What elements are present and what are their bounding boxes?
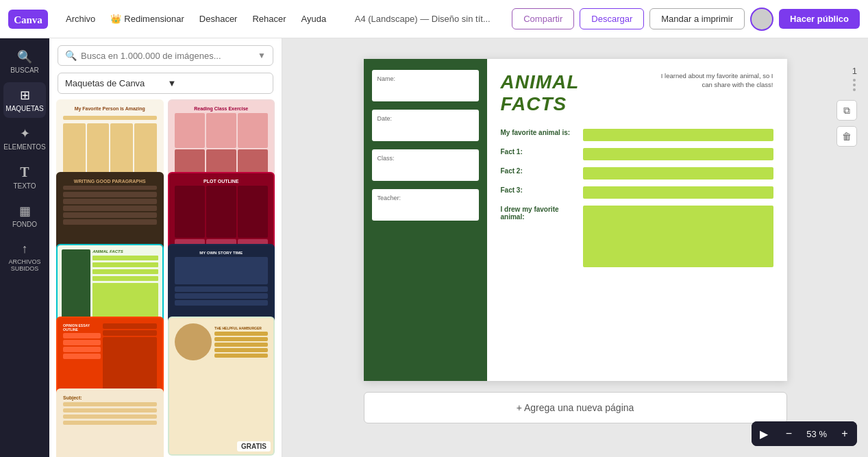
avatar[interactable]: [750, 8, 773, 31]
sidebar-item-label-archivos: ARCHIVOSSUBIDOS: [8, 258, 40, 272]
canva-logo[interactable]: Canva: [8, 8, 48, 30]
field-class[interactable]: Class:: [372, 149, 479, 181]
panel-search-row: 🔍 ▼: [49, 38, 282, 70]
row-bar-favorite: [583, 129, 773, 141]
row-label-drew: I drew my favorite animal:: [501, 206, 576, 221]
main-area: 🔍 BUSCAR ⊞ MAQUETAS ✦ ELEMENTOS T TEXTO …: [0, 38, 868, 457]
field-name-label: Name:: [377, 75, 473, 82]
present-button[interactable]: ▶: [752, 421, 776, 446]
row-label-fact1: Fact 1:: [501, 148, 576, 156]
menu-archivo[interactable]: Archivo: [59, 10, 102, 28]
page-dot: [853, 84, 856, 86]
sidebar-item-label-buscar: BUSCAR: [10, 66, 39, 74]
design-main-title: ANIMAL FACTS: [501, 71, 650, 115]
topbar: Canva Archivo 👑 Redimensionar Deshacer R…: [0, 0, 868, 38]
sidebar-item-fondo[interactable]: ▦ FONDO: [3, 198, 46, 234]
zoom-out-button[interactable]: −: [776, 421, 801, 446]
design-page: Name: Date: Class: Teacher: ANIMAL FACTS…: [364, 59, 787, 381]
zoom-bar: ▶ − 53 % +: [752, 421, 857, 446]
row-label-favorite: My favorite animal is:: [501, 129, 576, 136]
sidebar: 🔍 BUSCAR ⊞ MAQUETAS ✦ ELEMENTOS T TEXTO …: [0, 38, 49, 457]
row-bar-fact1: [583, 148, 773, 160]
design-row-fact1: Fact 1:: [501, 148, 773, 160]
field-teacher-label: Teacher:: [377, 195, 473, 201]
search-input[interactable]: [81, 51, 253, 61]
sidebar-item-maquetas[interactable]: ⊞ MAQUETAS: [3, 82, 46, 118]
page-actions: ⧉ 🗑: [836, 100, 857, 147]
row-label-fact3: Fact 3:: [501, 186, 576, 194]
menu-rehacer[interactable]: Rehacer: [245, 10, 293, 28]
make-public-button[interactable]: Hacer público: [779, 9, 860, 29]
print-button[interactable]: Mandar a imprimir: [649, 8, 745, 29]
svg-text:Canva: Canva: [14, 14, 42, 25]
field-date-label: Date:: [377, 115, 473, 122]
sidebar-item-label-fondo: FONDO: [12, 221, 37, 228]
download-button[interactable]: Descargar: [580, 8, 644, 29]
row-bar-drew: [583, 206, 773, 267]
design-left-column: Name: Date: Class: Teacher:: [364, 59, 487, 381]
field-date[interactable]: Date:: [372, 110, 479, 141]
sidebar-item-label-elementos: ELEMENTOS: [3, 143, 46, 151]
canvas-area: 1 ⧉ 🗑 Name: Date: Class:: [282, 38, 868, 457]
page-number: 1: [852, 66, 857, 76]
archivos-icon: ↑: [22, 242, 28, 256]
page-dots: [853, 79, 856, 91]
panel: 🔍 ▼ Maquetas de Canva ▼ My Favorite Pers…: [49, 38, 282, 457]
row-label-fact2: Fact 2:: [501, 167, 576, 175]
dropdown-arrow-icon: ▼: [168, 78, 266, 88]
field-class-label: Class:: [377, 155, 473, 162]
panel-dropdown-row: Maquetas de Canva ▼: [49, 70, 282, 99]
zoom-in-button[interactable]: +: [832, 421, 857, 446]
template-card-8[interactable]: THE HELPFUL HAMBURGER GRATIS: [168, 317, 275, 456]
design-right-column: ANIMAL FACTS I learned about my favorite…: [487, 59, 787, 381]
page-dot: [853, 79, 856, 82]
design-title[interactable]: A4 (Landscape) — Diseño sin tít...: [338, 14, 506, 24]
search-icon: 🔍: [17, 49, 32, 64]
page-number-bar: 1: [852, 66, 857, 91]
fondo-icon: ▦: [19, 203, 31, 219]
design-row-drew: I drew my favorite animal:: [501, 206, 773, 267]
sidebar-item-elementos[interactable]: ✦ ELEMENTOS: [3, 121, 46, 156]
maquetas-icon: ⊞: [20, 88, 30, 103]
search-panel-icon: 🔍: [65, 50, 77, 61]
design-row-favorite-animal: My favorite animal is:: [501, 129, 773, 141]
sidebar-item-texto[interactable]: T TEXTO: [3, 159, 46, 195]
zoom-level: 53 %: [801, 429, 832, 439]
menu-redimensionar[interactable]: 👑 Redimensionar: [103, 10, 190, 28]
crown-icon: 👑: [110, 14, 121, 24]
texto-icon: T: [20, 164, 29, 180]
menu-ayuda[interactable]: Ayuda: [295, 10, 334, 28]
topbar-menu: Archivo 👑 Redimensionar Deshacer Rehacer…: [59, 10, 333, 28]
row-bar-fact3: [583, 186, 773, 199]
templates-grid: My Favorite Person is Amazing: [49, 99, 282, 457]
design-row-fact3: Fact 3:: [501, 186, 773, 199]
search-dropdown-icon: ▼: [258, 51, 266, 60]
sidebar-item-label-maquetas: MAQUETAS: [5, 105, 43, 112]
category-label: Maquetas de Canva: [65, 78, 164, 88]
delete-page-button[interactable]: 🗑: [836, 126, 857, 147]
share-button[interactable]: Compartir: [512, 8, 574, 29]
sidebar-item-label-texto: TEXTO: [13, 182, 36, 190]
panel-search-container: 🔍 ▼: [58, 45, 273, 66]
page-dot: [853, 88, 856, 91]
row-bar-fact2: [583, 167, 773, 180]
topbar-right: Compartir Descargar Mandar a imprimir Ha…: [512, 8, 860, 31]
sidebar-item-archivos[interactable]: ↑ ARCHIVOSSUBIDOS: [3, 236, 46, 277]
design-subtitle: I learned about my favorite animal, so I…: [650, 71, 773, 90]
elementos-icon: ✦: [20, 126, 30, 141]
field-teacher[interactable]: Teacher:: [372, 189, 479, 221]
add-page-button[interactable]: + Agrega una nueva página: [364, 392, 787, 423]
field-name[interactable]: Name:: [372, 70, 479, 101]
copy-page-button[interactable]: ⧉: [836, 100, 857, 121]
template-card-9[interactable]: Subject:: [56, 388, 164, 457]
design-row-fact2: Fact 2:: [501, 167, 773, 180]
gratis-badge-8: GRATIS: [237, 441, 271, 452]
panel-category-dropdown[interactable]: Maquetas de Canva ▼: [58, 73, 273, 94]
sidebar-item-buscar[interactable]: 🔍 BUSCAR: [3, 44, 46, 79]
add-page-row: + Agrega una nueva página: [364, 392, 787, 423]
menu-deshacer[interactable]: Deshacer: [193, 10, 245, 28]
